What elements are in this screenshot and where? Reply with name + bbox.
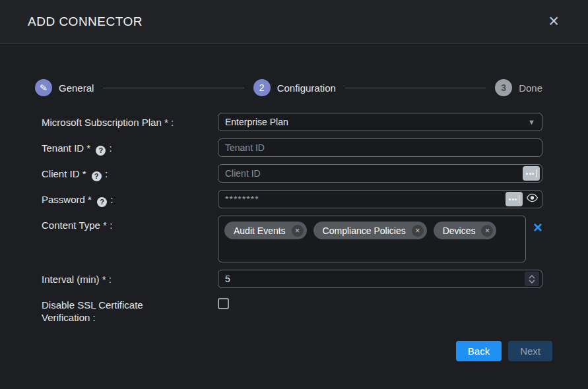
- dialog-header: ADD CONNECTOR ×: [0, 0, 588, 44]
- tenant-id-label-text: Tenant ID *: [42, 142, 90, 154]
- content-type-multiselect[interactable]: Audit Events × Compliance Policies × Dev…: [218, 216, 526, 262]
- password-colon: :: [110, 194, 113, 205]
- client-id-colon: :: [105, 168, 108, 179]
- ellipsis-cursor-icon: [509, 198, 511, 200]
- password-input[interactable]: [218, 190, 542, 208]
- step-configuration-label: Configuration: [277, 82, 336, 94]
- content-type-chip: Devices ×: [434, 222, 497, 239]
- content-type-row: Content Type * : Audit Events × Complian…: [42, 216, 542, 262]
- add-connector-dialog: ADD CONNECTOR × ✎ General 2 Configuratio…: [0, 0, 588, 389]
- eye-icon: [526, 193, 539, 202]
- step-general[interactable]: ✎ General: [35, 79, 94, 96]
- caret-down-icon: ▼: [528, 119, 535, 126]
- step-general-circle: ✎: [35, 79, 52, 96]
- tenant-id-input[interactable]: [218, 138, 542, 157]
- content-type-label: Content Type * :: [42, 216, 218, 231]
- stepper: ✎ General 2 Configuration 3 Done: [35, 79, 542, 96]
- step-general-label: General: [59, 82, 94, 94]
- step-done-circle: 3: [495, 79, 512, 96]
- password-browse-button[interactable]: [506, 192, 523, 206]
- subscription-plan-row: Microsoft Subscription Plan * : Enterpri…: [42, 113, 542, 131]
- connector-config-form: Microsoft Subscription Plan * : Enterpri…: [42, 113, 542, 324]
- ssl-verification-label: Disable SSL Certificate Verification :: [42, 295, 164, 324]
- ellipsis-cursor-icon: [526, 173, 528, 175]
- chip-remove-icon[interactable]: ×: [481, 225, 493, 237]
- content-type-chip: Compliance Policies ×: [313, 222, 427, 239]
- client-id-input[interactable]: [218, 164, 542, 183]
- dialog-title: ADD CONNECTOR: [28, 15, 143, 29]
- ssl-verification-row: Disable SSL Certificate Verification :: [42, 295, 542, 324]
- help-icon[interactable]: ?: [92, 171, 102, 181]
- password-visibility-toggle[interactable]: [526, 193, 539, 202]
- chip-label: Devices: [443, 225, 476, 236]
- interval-label: Interval (min) * :: [42, 270, 218, 285]
- step-configuration-circle: 2: [253, 79, 271, 96]
- subscription-plan-label: Microsoft Subscription Plan * :: [42, 113, 218, 129]
- ssl-verification-checkbox[interactable]: [218, 298, 229, 309]
- step-done[interactable]: 3 Done: [495, 79, 542, 96]
- stepper-connector: [103, 88, 244, 88]
- content-type-clear-button[interactable]: ×: [533, 220, 542, 235]
- password-row: Password * ? :: [42, 190, 542, 208]
- chevron-down-icon: [529, 280, 535, 284]
- password-label-text: Password *: [42, 194, 92, 205]
- dialog-body: ✎ General 2 Configuration 3 Done Microso…: [0, 44, 588, 361]
- close-button[interactable]: ×: [548, 13, 559, 30]
- help-icon[interactable]: ?: [97, 197, 107, 207]
- chip-label: Audit Events: [234, 225, 286, 236]
- dialog-footer: Back Next: [0, 341, 552, 361]
- step-configuration[interactable]: 2 Configuration: [253, 79, 336, 96]
- help-icon[interactable]: ?: [96, 146, 106, 156]
- chip-remove-icon[interactable]: ×: [412, 225, 424, 237]
- clear-icon: ×: [533, 218, 542, 236]
- pencil-icon: ✎: [39, 82, 48, 93]
- tenant-id-colon: :: [110, 142, 112, 154]
- client-id-label-text: Client ID *: [42, 168, 86, 179]
- client-id-browse-button[interactable]: [523, 166, 540, 181]
- back-button[interactable]: Back: [456, 341, 502, 361]
- close-icon: ×: [548, 11, 559, 31]
- password-label: Password * ? :: [42, 190, 218, 207]
- content-type-chip: Audit Events ×: [224, 222, 307, 239]
- stepper-connector: [345, 88, 486, 88]
- step-done-label: Done: [519, 82, 542, 94]
- interval-input[interactable]: [218, 270, 542, 288]
- tenant-id-label: Tenant ID * ? :: [42, 138, 218, 156]
- chip-label: Compliance Policies: [323, 225, 406, 236]
- chip-remove-icon[interactable]: ×: [292, 225, 304, 237]
- client-id-row: Client ID * ? :: [42, 164, 542, 183]
- client-id-label: Client ID * ? :: [42, 164, 218, 181]
- subscription-plan-value: Enterprise Plan: [225, 117, 288, 127]
- subscription-plan-select[interactable]: Enterprise Plan ▼: [218, 113, 542, 131]
- interval-stepper[interactable]: [525, 272, 539, 286]
- interval-row: Interval (min) * :: [42, 270, 542, 288]
- next-button[interactable]: Next: [508, 341, 552, 361]
- tenant-id-row: Tenant ID * ? :: [42, 138, 542, 157]
- chevron-up-icon: [529, 275, 535, 279]
